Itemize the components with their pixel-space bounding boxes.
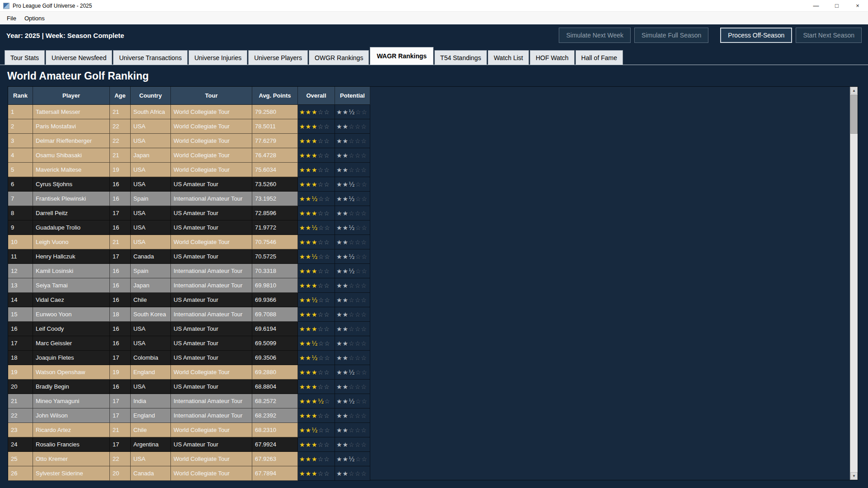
cell-tour: World Collegiate Tour [171,163,252,177]
tab-universe-players[interactable]: Universe Players [248,50,308,65]
close-icon[interactable]: × [847,0,868,11]
table-row[interactable]: 22John Wilson17EnglandInternational Amat… [8,408,370,423]
season-status-label: Year: 2025 | Week: Season Complete [6,32,124,39]
cell-potential-rating: ★★☆☆☆ [335,322,370,336]
cell-rank: 18 [8,351,33,365]
scroll-down-icon[interactable]: ▼ [850,472,858,480]
overall-stars-empty: ☆☆ [318,267,330,275]
table-row[interactable]: 18Joaquin Fletes17ColombiaUS Amateur Tou… [8,351,370,365]
vertical-scrollbar[interactable]: ▲ ▼ [850,87,858,480]
table-row[interactable]: 26Sylvester Siderine20CanadaWorld Colleg… [8,466,370,481]
overall-stars-empty: ☆☆ [318,210,330,217]
column-header-country[interactable]: Country [131,87,171,105]
table-row[interactable]: 10Leigh Vuono21USAWorld Collegiate Tour7… [8,235,370,249]
cell-rank: 1 [8,105,33,119]
cell-rank: 19 [8,365,33,380]
potential-stars-empty: ☆☆☆ [349,282,367,289]
cell-overall-rating: ★★★☆☆ [298,163,335,177]
tab-hof-watch[interactable]: HOF Watch [530,50,575,65]
column-header-age[interactable]: Age [110,87,131,105]
table-row[interactable]: 6Cyrus Stjohns16USAUS Amateur Tour73.526… [8,177,370,192]
table-row[interactable]: 3Delmar Rieffenberger22USAWorld Collegia… [8,134,370,148]
cell-overall-rating: ★★★☆☆ [298,177,335,192]
column-header-overall[interactable]: Overall [298,87,335,105]
cell-country: South Korea [131,307,171,322]
tab-universe-newsfeed[interactable]: Universe Newsfeed [46,50,112,65]
table-row[interactable]: 2Paris Mostafavi22USAWorld Collegiate To… [8,119,370,134]
tab-watch-list[interactable]: Watch List [488,50,529,65]
tab-universe-injuries[interactable]: Universe Injuries [189,50,247,65]
table-row[interactable]: 19Watson Openshaw19EnglandWorld Collegia… [8,365,370,380]
column-header-avg-points[interactable]: Avg. Points [252,87,298,105]
table-row[interactable]: 14Vidal Caez16ChileUS Amateur Tour69.936… [8,293,370,307]
table-row[interactable]: 5Maverick Maltese19USAWorld Collegiate T… [8,163,370,177]
column-header-potential[interactable]: Potential [335,87,370,105]
cell-overall-rating: ★★½☆☆ [298,192,335,206]
cell-rank: 11 [8,249,33,264]
table-row[interactable]: 4Osamu Shibasaki21JapanWorld Collegiate … [8,148,370,163]
table-row[interactable]: 12Kamil Losinski16SpainInternational Ama… [8,264,370,278]
cell-avg-points: 70.5725 [252,249,298,264]
table-row[interactable]: 9Guadalupe Trolio16USAUS Amateur Tour71.… [8,221,370,235]
column-header-player[interactable]: Player [33,87,110,105]
cell-country: Japan [131,148,171,163]
potential-stars-empty: ☆☆☆ [349,354,367,361]
table-row[interactable]: 25Otto Kremer22USAWorld Collegiate Tour6… [8,452,370,466]
potential-stars-filled: ★★ [336,282,349,289]
table-row[interactable]: 15Eunwoo Yoon18South KoreaInternational … [8,307,370,322]
tab-wagr-rankings[interactable]: WAGR Rankings [370,47,433,65]
potential-stars-filled: ★★ [336,470,349,477]
cell-country: Japan [131,278,171,293]
table-row[interactable]: 23Ricardo Artez21ChileWorld Collegiate T… [8,423,370,437]
tab-tour-stats[interactable]: Tour Stats [5,50,45,65]
column-header-rank[interactable]: Rank [8,87,33,105]
overall-stars-filled: ★★★ [299,455,318,463]
start-next-season-button[interactable]: Start Next Season [796,28,862,43]
cell-potential-rating: ★★½☆☆ [335,249,370,264]
table-row[interactable]: 7Frantisek Plewinski16SpainInternational… [8,192,370,206]
process-off-season-button[interactable]: Process Off-Season [720,28,792,43]
menu-options[interactable]: Options [20,13,49,23]
menu-file[interactable]: File [3,13,20,23]
cell-potential-rating: ★★½☆☆ [335,221,370,235]
overall-stars-empty: ☆☆ [318,383,330,390]
cell-overall-rating: ★★½☆☆ [298,249,335,264]
cell-overall-rating: ★★★☆☆ [298,278,335,293]
minimize-icon[interactable]: — [806,0,826,11]
table-row[interactable]: 16Leif Coody16USAUS Amateur Tour69.6194★… [8,322,370,336]
scroll-up-icon[interactable]: ▲ [850,87,858,94]
table-row[interactable]: 17Marc Geissler16USAUS Amateur Tour69.50… [8,336,370,351]
overall-stars-empty: ☆☆ [318,311,330,318]
scrollbar-thumb[interactable] [850,95,858,134]
cell-player: Cyrus Stjohns [33,177,110,192]
table-row[interactable]: 1Tattersall Messer21South AfricaWorld Co… [8,105,370,119]
cell-country: Canada [131,466,171,481]
table-row[interactable]: 13Seiya Tamai16JapanInternational Amateu… [8,278,370,293]
table-row[interactable]: 11Henry Hallczuk17CanadaUS Amateur Tour7… [8,249,370,264]
cell-age: 16 [110,192,131,206]
table-row[interactable]: 8Darrell Peitz17USAUS Amateur Tour72.859… [8,206,370,221]
table-row[interactable]: 24Rosalio Francies17ArgentinaUS Amateur … [8,437,370,452]
overall-stars-filled: ★★½ [299,354,318,361]
overall-stars-filled: ★★½ [299,224,318,231]
cell-overall-rating: ★★★☆☆ [298,452,335,466]
cell-country: England [131,408,171,423]
simulate-next-week-button[interactable]: Simulate Next Week [559,28,631,43]
overall-stars-filled: ★★½ [299,195,318,202]
maximize-icon[interactable]: □ [826,0,847,11]
table-row[interactable]: 20Bradly Begin16USAUS Amateur Tour68.880… [8,380,370,394]
simulate-full-season-button[interactable]: Simulate Full Season [634,28,708,43]
cell-country: USA [131,336,171,351]
tab-universe-transactions[interactable]: Universe Transactions [113,50,188,65]
overall-stars-empty: ☆☆ [318,108,330,116]
tab-hall-of-fame[interactable]: Hall of Fame [576,50,623,65]
column-header-tour[interactable]: Tour [171,87,252,105]
tab-owgr-rankings[interactable]: OWGR Rankings [309,50,369,65]
tab-t54-standings[interactable]: T54 Standings [434,50,487,65]
potential-stars-empty: ☆☆ [355,108,368,116]
cell-potential-rating: ★★☆☆☆ [335,206,370,221]
overall-stars-filled: ★★½ [299,253,318,260]
cell-tour: World Collegiate Tour [171,119,252,134]
potential-stars-filled: ★★ [336,239,349,246]
table-row[interactable]: 21Mineo Yamaguni17IndiaInternational Ama… [8,394,370,408]
